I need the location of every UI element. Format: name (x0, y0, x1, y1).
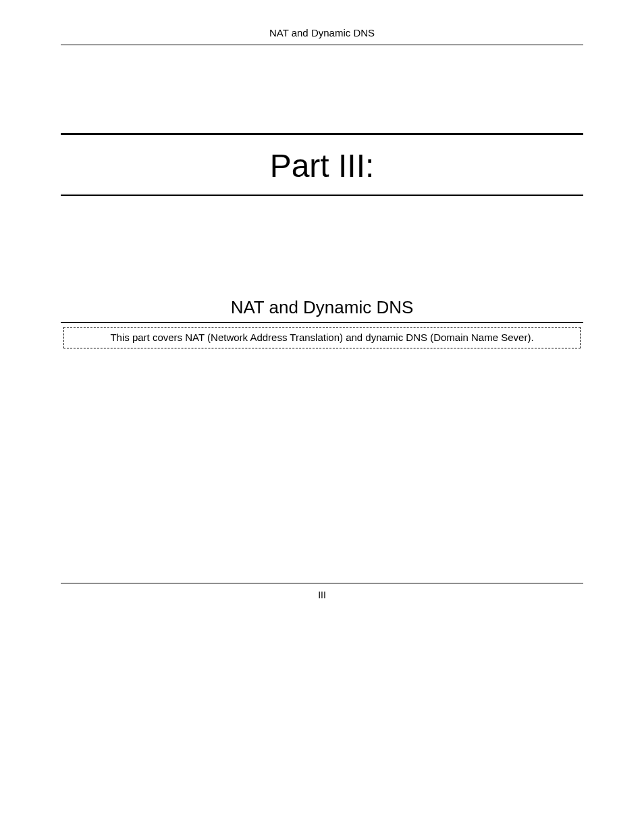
page-number: III (318, 590, 326, 600)
page-footer: III (61, 583, 583, 601)
part-title-block: Part III: (61, 133, 583, 196)
page-header: NAT and Dynamic DNS (61, 27, 583, 45)
section-subtitle-block: NAT and Dynamic DNS (61, 297, 583, 323)
part-title: Part III: (270, 148, 375, 184)
document-page: NAT and Dynamic DNS Part III: NAT and Dy… (0, 0, 644, 348)
description-box: This part covers NAT (Network Address Tr… (63, 327, 581, 348)
section-subtitle: NAT and Dynamic DNS (231, 297, 414, 317)
description-text: This part covers NAT (Network Address Tr… (110, 332, 533, 343)
running-title: NAT and Dynamic DNS (269, 27, 375, 38)
